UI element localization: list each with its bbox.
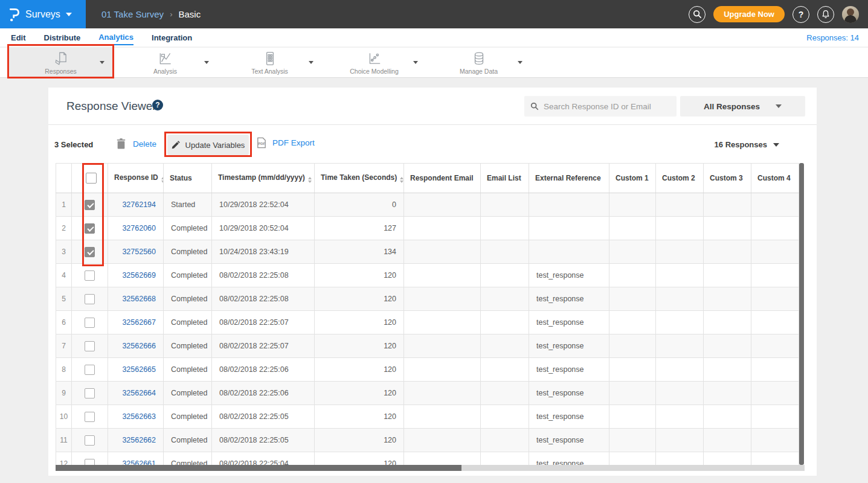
select-all-checkbox[interactable] xyxy=(86,173,97,184)
pdf-export-button[interactable]: PDF PDF Export xyxy=(256,137,315,149)
row-checkbox[interactable] xyxy=(85,200,95,210)
analytics-toolbar: Responses Analysis Text Analysis Choice … xyxy=(0,48,868,78)
checkbox-cell xyxy=(72,382,108,405)
cell-timestamp: 08/02/2018 22:25:05 xyxy=(212,429,315,452)
response-id-link[interactable]: 32762194 xyxy=(122,200,156,209)
table-row: 132762194Started10/29/2018 22:52:040 xyxy=(56,193,799,217)
response-id-link[interactable]: 32562663 xyxy=(122,412,156,421)
response-id-link[interactable]: 32562669 xyxy=(122,271,156,280)
surveys-menu[interactable]: Surveys xyxy=(0,0,86,28)
response-id-link[interactable]: 32562661 xyxy=(122,459,156,465)
row-number: 12 xyxy=(56,452,72,465)
horizontal-scrollbar-track[interactable] xyxy=(56,465,805,471)
header-row: Response IDStatusTimestamp (mm/dd/yyyy)T… xyxy=(56,164,799,193)
cell-respondent_email xyxy=(404,382,481,405)
cell-timestamp: 10/24/2018 23:43:19 xyxy=(212,240,315,264)
table-row: 1132562662Completed08/02/2018 22:25:0512… xyxy=(56,429,799,452)
cell-custom3 xyxy=(704,429,751,452)
cell-respondent_email xyxy=(404,429,481,452)
search-input[interactable] xyxy=(544,102,664,111)
row-checkbox[interactable] xyxy=(85,388,95,398)
responses-dropdown-label: 16 Responses xyxy=(715,140,767,149)
response-id-link[interactable]: 32562662 xyxy=(122,436,156,444)
response-id-link[interactable]: 32762060 xyxy=(122,224,156,232)
row-number: 6 xyxy=(56,311,72,334)
cell-custom1 xyxy=(609,287,656,311)
responses-count-dropdown[interactable]: 16 Responses xyxy=(715,140,779,149)
toolbar-text-analysis-button[interactable]: Text Analysis xyxy=(217,48,322,77)
horizontal-scrollbar-thumb[interactable] xyxy=(56,465,461,471)
response-id-link[interactable]: 32562666 xyxy=(122,342,156,350)
toolbar-choice-modelling-button[interactable]: Choice Modelling xyxy=(322,48,426,77)
cell-custom2 xyxy=(656,382,704,405)
cell-id: 32562661 xyxy=(108,452,164,465)
column-header-timestamp[interactable]: Timestamp (mm/dd/yyyy) xyxy=(212,164,315,193)
tab-analytics[interactable]: Analytics xyxy=(98,30,133,45)
cell-respondent_email xyxy=(404,311,481,334)
tab-distribute[interactable]: Distribute xyxy=(44,30,81,45)
delete-button[interactable]: Delete xyxy=(117,138,156,149)
cell-custom2 xyxy=(656,334,704,358)
cell-id: 32562668 xyxy=(108,287,164,311)
table-row: 532562668Completed08/02/2018 22:25:08120… xyxy=(56,287,799,311)
response-id-link[interactable]: 32562664 xyxy=(122,389,156,397)
table-row: 1232562661Completed08/02/2018 22:25:0412… xyxy=(56,452,799,465)
cell-email_list xyxy=(481,334,529,358)
text-analysis-dropdown-caret[interactable] xyxy=(309,61,313,64)
toolbar-responses-button[interactable]: Responses xyxy=(8,48,113,77)
toolbar-analysis-button[interactable]: Analysis xyxy=(113,48,217,77)
row-checkbox[interactable] xyxy=(85,412,95,422)
column-header-id[interactable]: Response ID xyxy=(108,164,164,193)
toolbar-label: Choice Modelling xyxy=(350,68,399,75)
title-help-icon[interactable]: ? xyxy=(152,100,163,110)
column-label: External Reference xyxy=(535,174,601,182)
column-header-time_taken[interactable]: Time Taken (Seconds) xyxy=(315,164,404,193)
toolbar-label: Analysis xyxy=(153,68,177,75)
row-checkbox[interactable] xyxy=(85,459,95,465)
all-responses-dropdown[interactable]: All Responses xyxy=(680,96,805,117)
search-button[interactable] xyxy=(689,6,706,23)
row-checkbox[interactable] xyxy=(85,247,95,257)
help-button[interactable]: ? xyxy=(792,6,809,23)
update-variables-button[interactable]: Update Variables xyxy=(167,135,249,155)
checkbox-cell xyxy=(72,334,108,358)
notifications-button[interactable] xyxy=(817,6,834,23)
delete-label: Delete xyxy=(133,139,156,149)
cell-respondent_email xyxy=(404,240,481,264)
row-checkbox[interactable] xyxy=(85,365,95,375)
responses-dropdown-caret[interactable] xyxy=(100,61,104,64)
cell-custom4 xyxy=(751,217,799,240)
vertical-scrollbar[interactable] xyxy=(799,163,804,465)
table-row: 432562669Completed08/02/2018 22:25:08120… xyxy=(56,264,799,287)
response-viewer-card: Response Viewer ? All Responses 3 Select… xyxy=(48,88,817,476)
upgrade-now-button[interactable]: Upgrade Now xyxy=(713,6,785,22)
manage-data-dropdown-caret[interactable] xyxy=(518,61,522,64)
pencil-icon xyxy=(172,141,180,149)
avatar[interactable] xyxy=(842,6,859,23)
analysis-dropdown-caret[interactable] xyxy=(204,61,209,64)
response-id-link[interactable]: 32752560 xyxy=(122,248,156,256)
cell-id: 32562666 xyxy=(108,334,164,358)
tab-integration[interactable]: Integration xyxy=(152,30,192,45)
cell-external_reference: test_response xyxy=(529,405,609,429)
toolbar-manage-data-button[interactable]: Manage Data xyxy=(426,48,531,77)
response-id-link[interactable]: 32562665 xyxy=(122,365,156,374)
cell-id: 32562667 xyxy=(108,311,164,334)
row-checkbox[interactable] xyxy=(85,223,95,234)
row-checkbox[interactable] xyxy=(85,318,95,328)
row-checkbox[interactable] xyxy=(85,435,95,446)
cell-custom3 xyxy=(704,334,751,358)
response-id-link[interactable]: 32562667 xyxy=(122,318,156,327)
row-checkbox[interactable] xyxy=(85,294,95,304)
cell-external_reference xyxy=(529,193,609,217)
choice-modelling-dropdown-caret[interactable] xyxy=(413,61,418,64)
tab-edit[interactable]: Edit xyxy=(11,30,26,45)
row-checkbox[interactable] xyxy=(85,341,95,351)
cell-timestamp: 08/02/2018 22:25:04 xyxy=(212,452,315,465)
response-id-link[interactable]: 32562668 xyxy=(122,295,156,303)
sort-icon xyxy=(161,177,164,183)
cell-external_reference xyxy=(529,240,609,264)
breadcrumb-survey-name[interactable]: 01 Take Survey xyxy=(101,9,164,19)
row-checkbox[interactable] xyxy=(85,270,95,281)
update-variables-label: Update Variables xyxy=(185,141,245,150)
